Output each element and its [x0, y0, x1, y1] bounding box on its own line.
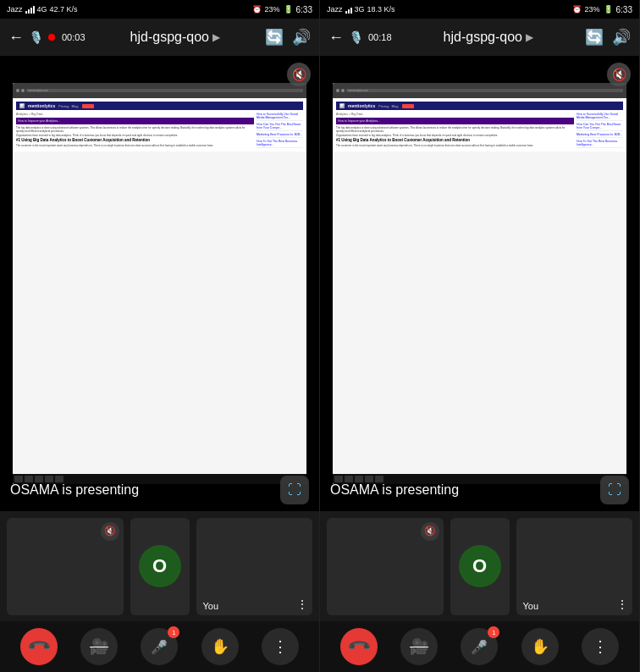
body-text-left: Organizations have invested in big data … — [16, 134, 254, 137]
back-arrow-right[interactable]: ← — [328, 29, 344, 47]
mic-icon-header-right: 🎙️ — [349, 30, 363, 44]
signal-bar-2 — [28, 9, 30, 14]
participant-tile-1-left: 🔇 — [7, 518, 124, 615]
video-button-left[interactable]: 🎥 — [80, 628, 118, 665]
mic-icon-right: 🎤 — [471, 639, 488, 655]
end-call-button-left[interactable]: 📞 — [13, 620, 65, 672]
more-button-left[interactable]: ⋮ — [262, 628, 299, 665]
status-bar-right: Jazz 3G 18.3 K/s ⏰ 23% 🔋 6:33 — [320, 0, 639, 19]
call-header-left-section-right: ← 🎙️ 00:18 — [328, 29, 392, 47]
carrier-right: Jazz — [327, 5, 343, 14]
website-logo-right: mentionlytics — [348, 103, 375, 108]
camera-rotate-icon-right[interactable]: 🔄 — [585, 28, 604, 47]
sidebar-link-2: How Can You Get The Best News from Your … — [257, 123, 303, 131]
main-heading-left: #1 Using Big Data Analytics to Boost Cus… — [16, 138, 254, 142]
speaker-icon-left[interactable]: 🔊 — [292, 28, 311, 47]
more-button-right[interactable]: ⋮ — [582, 628, 619, 665]
participant-tile-1-right: 🔇 — [327, 518, 444, 615]
participant-options-left[interactable]: ⋮ — [296, 598, 308, 611]
status-bar-left-info-right: Jazz 3G 18.3 K/s — [327, 5, 395, 14]
website-main-content-left: Analytics > Big Data How to Improve your… — [16, 113, 254, 148]
try-btn-left — [82, 104, 94, 108]
mic-icon-left: 🎤 — [151, 639, 168, 655]
video-button-right[interactable]: 🎥 — [400, 628, 438, 665]
network-left: 4G — [37, 5, 47, 14]
signal-bar-1 — [25, 11, 27, 14]
topbar-dot-1 — [16, 89, 19, 92]
participant-tile-3-right: You ⋮ — [516, 518, 633, 615]
muted-mic-icon-left: 🎙️ — [29, 30, 43, 44]
purple-text-right: How to Improve your Analytics... — [338, 119, 572, 123]
raise-hand-button-left[interactable]: ✋ — [201, 628, 239, 665]
participant-mute-1-left: 🔇 — [101, 522, 119, 541]
purple-banner-right: How to Improve your Analytics... — [336, 118, 574, 124]
right-phone-panel: Jazz 3G 18.3 K/s ⏰ 23% 🔋 6:33 ← 🎙️ 00:18… — [320, 0, 640, 672]
mute-badge-right: 1 — [488, 626, 499, 638]
network-right: 3G — [355, 5, 365, 14]
call-header-icons-left: 🔄 🔊 — [265, 28, 311, 47]
website-sidebar-left: How to Successfully Use Social Media Man… — [257, 113, 303, 148]
participant-avatar-left: O — [139, 545, 181, 587]
recording-dot-left — [48, 34, 55, 41]
website-body-left: Analytics > Big Data How to Improve your… — [16, 113, 303, 148]
call-id-section-left: hjd-gspg-qoo ▶ — [130, 30, 220, 45]
signal-bar-4 — [33, 6, 35, 14]
website-content-right: 📊 mentionlytics Pricing Blog Analytics >… — [333, 98, 626, 151]
website-url-left: mentionlytics.com — [28, 89, 48, 92]
topbar-dot-2 — [21, 89, 25, 92]
status-bar-right-info-left: ⏰ 23% 🔋 6:33 — [252, 5, 312, 14]
bottom-controls-left: 📞 🎥 🎤 1 ✋ ⋮ — [0, 621, 319, 672]
purple-banner-left: How to Improve your Analytics... — [16, 118, 254, 124]
presenting-bar-right: OSAMA is presenting ⛶ — [320, 469, 639, 511]
mute-badge-left: 1 — [168, 626, 179, 638]
brand-icon-left: 📊 — [19, 103, 25, 108]
participants-strip-right: 🔇 O You ⋮ — [320, 511, 639, 621]
nav-item-r1: Pricing — [378, 104, 389, 108]
call-id-left: hjd-gspg-qoo — [130, 30, 209, 45]
website-body-right: Analytics > Big Data How to Improve your… — [336, 113, 623, 148]
camera-rotate-icon-left[interactable]: 🔄 — [265, 28, 284, 47]
website-nav-left: Pricing Blog — [58, 104, 78, 108]
mute-button-left[interactable]: 🎤 1 — [141, 628, 178, 665]
signal-bar-r2 — [348, 9, 350, 14]
participant-options-right[interactable]: ⋮ — [616, 598, 628, 611]
speed-right: 18.3 K/s — [367, 5, 395, 14]
body-text2-right: The customer is the most important asset… — [336, 144, 574, 147]
try-btn-right — [402, 104, 414, 108]
nav-item-1: Pricing — [58, 104, 69, 108]
battery-left: 23% — [265, 5, 280, 14]
signal-bar-r3 — [350, 8, 352, 14]
call-header-right: ← 🎙️ 00:18 hjd-gspg-qoo ▶ 🔄 🔊 — [320, 19, 639, 56]
back-arrow-left[interactable]: ← — [8, 29, 24, 47]
battery-icon-right: 🔋 — [604, 5, 613, 14]
purple-text-left: How to Improve your Analytics... — [18, 119, 252, 123]
fullscreen-btn-left[interactable]: ⛶ — [280, 476, 309, 504]
main-heading-right: #1 Using Big Data Analytics to Boost Cus… — [336, 138, 574, 142]
fullscreen-btn-right[interactable]: ⛶ — [600, 476, 629, 504]
sidebar-link-r1: How to Successfully Use Social Media Man… — [577, 113, 623, 121]
raise-hand-button-right[interactable]: ✋ — [521, 628, 559, 665]
website-inner-right: mentionlytics.com 📊 mentionlytics Pricin… — [333, 83, 626, 483]
end-call-button-right[interactable]: 📞 — [333, 620, 385, 672]
call-header-left-section: ← 🎙️ 00:03 — [8, 29, 86, 47]
participant-mute-1-right: 🔇 — [421, 522, 439, 541]
nav-item-2: Blog — [72, 104, 79, 108]
sidebar-link-1: How to Successfully Use Social Media Man… — [257, 113, 303, 121]
participants-strip-left: 🔇 O You ⋮ — [0, 511, 319, 621]
bottom-controls-right: 📞 🎥 🎤 1 ✋ ⋮ — [320, 621, 639, 672]
speed-left: 42.7 K/s — [50, 5, 78, 14]
mute-button-right[interactable]: 🎤 1 — [461, 628, 498, 665]
address-bar-left: mentionlytics.com — [26, 89, 303, 92]
sidebar-link-r2: How Can You Get The Best News from Your … — [577, 123, 623, 131]
call-id-right: hjd-gspg-qoo — [444, 30, 522, 45]
mute-overlay-right: 🔇 — [607, 63, 631, 86]
brand-icon-right: 📊 — [339, 103, 345, 108]
body-text2-left: The customer is the most important asset… — [16, 144, 254, 147]
signal-bars-right — [345, 5, 352, 14]
presenting-bar-left: OSAMA is presenting ⛶ — [0, 469, 319, 511]
website-sidebar-right: How to Successfully Use Social Media Man… — [577, 113, 623, 148]
left-phone-panel: Jazz 4G 42.7 K/s ⏰ 23% 🔋 6:33 ← 🎙️ 00:03 — [0, 0, 320, 672]
speaker-icon-right[interactable]: 🔊 — [612, 28, 631, 47]
participant-label-you-left: You — [203, 601, 219, 611]
battery-right: 23% — [585, 5, 600, 14]
